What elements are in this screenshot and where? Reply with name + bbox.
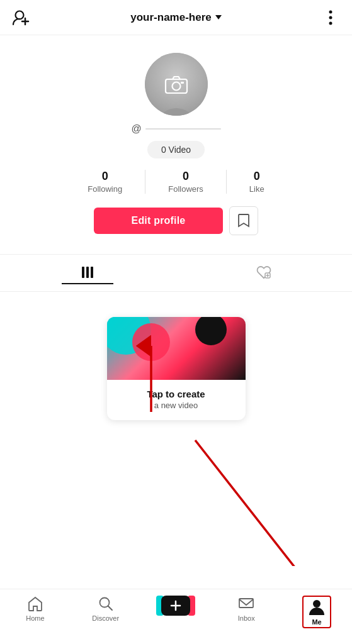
me-icon: [309, 598, 325, 616]
search-icon: [98, 596, 114, 612]
at-symbol: @: [131, 123, 141, 135]
svg-point-5: [329, 21, 332, 25]
add-user-button[interactable]: [11, 8, 31, 28]
svg-line-17: [195, 440, 309, 566]
followers-label: Followers: [168, 184, 203, 194]
likes-label: Like: [249, 184, 264, 194]
discover-label: Discover: [92, 614, 119, 622]
svg-line-19: [108, 606, 112, 611]
nav-item-me[interactable]: Me: [298, 596, 336, 628]
svg-point-0: [16, 11, 24, 19]
svg-point-22: [313, 600, 321, 608]
person-silhouette-icon: [157, 94, 195, 116]
svg-rect-10: [82, 267, 84, 278]
inbox-label: Inbox: [238, 614, 255, 622]
following-label: Following: [88, 184, 122, 194]
profile-title[interactable]: your-name-here: [130, 11, 221, 24]
me-label: Me: [312, 618, 321, 626]
video-card-subtitle: a new video: [117, 401, 236, 410]
edit-profile-button[interactable]: Edit profile: [94, 208, 224, 234]
svg-rect-11: [86, 267, 89, 278]
liked-icon: [256, 265, 271, 280]
nav-item-discover[interactable]: Discover: [87, 596, 125, 622]
blob-2: [132, 323, 170, 361]
camera-icon: [164, 74, 188, 94]
video-card-title: Tap to create: [117, 389, 236, 399]
svg-point-4: [329, 16, 332, 19]
plus-icon: [170, 600, 181, 611]
bookmark-button[interactable]: [229, 206, 258, 235]
nav-item-inbox[interactable]: Inbox: [227, 596, 265, 622]
me-active-box: Me: [302, 596, 331, 628]
svg-rect-6: [166, 79, 187, 93]
inbox-icon: [238, 596, 254, 612]
action-row: Edit profile: [94, 206, 259, 235]
bottom-nav: Home Discover Inbox: [0, 589, 352, 644]
username-label: your-name-here: [130, 11, 211, 24]
followers-stat[interactable]: 0 Followers: [145, 170, 227, 194]
home-icon: [27, 596, 43, 612]
likes-count: 0: [254, 170, 260, 183]
home-label: Home: [26, 614, 44, 622]
avatar: [145, 53, 208, 116]
tab-liked[interactable]: [237, 261, 290, 285]
svg-rect-8: [181, 82, 184, 84]
svg-point-7: [172, 82, 180, 91]
video-count-badge: 0 Video: [147, 141, 205, 158]
tabs-row: [0, 254, 352, 292]
video-card-body: Tap to create a new video: [107, 380, 246, 420]
blob-3: [195, 317, 227, 345]
stats-row: 0 Following 0 Followers 0 Like: [0, 170, 352, 194]
bookmark-icon: [237, 213, 250, 228]
nav-item-create[interactable]: [157, 596, 195, 618]
create-video-card[interactable]: Tap to create a new video: [107, 317, 246, 420]
avatar-background: [145, 53, 208, 116]
nav-item-home[interactable]: Home: [16, 596, 54, 622]
svg-point-9: [160, 108, 193, 116]
username-placeholder: [145, 128, 221, 130]
following-stat[interactable]: 0 Following: [65, 170, 145, 194]
followers-count: 0: [183, 170, 189, 183]
tab-grid[interactable]: [62, 262, 113, 284]
following-count: 0: [102, 170, 108, 183]
grid-icon: [81, 265, 94, 279]
svg-rect-12: [91, 267, 93, 278]
content-area: Tap to create a new video: [0, 292, 352, 433]
more-options-button[interactable]: [321, 8, 341, 28]
video-card-thumbnail: [107, 317, 246, 380]
header: your-name-here: [0, 0, 352, 35]
username-row: @: [131, 123, 220, 135]
chevron-down-icon: [215, 15, 222, 19]
svg-point-3: [329, 10, 332, 13]
profile-section: @ 0 Video 0 Following 0 Followers 0 Like…: [0, 35, 352, 254]
likes-stat[interactable]: 0 Like: [227, 170, 287, 194]
